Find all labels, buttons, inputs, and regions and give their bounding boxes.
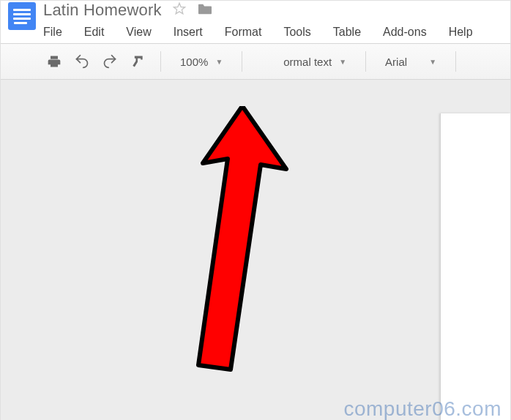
svg-marker-1	[198, 106, 286, 370]
zoom-select[interactable]: 100% ▼	[173, 50, 230, 72]
separator	[160, 51, 161, 72]
separator	[455, 51, 456, 72]
app-window: Latin Homework File Edit View Insert For…	[0, 0, 511, 420]
paragraph-style-select[interactable]: ormal text ▼	[254, 50, 354, 72]
docs-logo-icon[interactable]	[8, 2, 36, 30]
redo-icon[interactable]	[99, 50, 121, 72]
caret-down-icon: ▼	[215, 58, 223, 66]
menu-file[interactable]: File	[43, 23, 74, 43]
menu-tools[interactable]: Tools	[283, 23, 322, 43]
undo-icon[interactable]	[71, 50, 93, 72]
separator	[365, 51, 366, 72]
zoom-value: 100%	[180, 56, 208, 68]
menu-table[interactable]: Table	[333, 23, 373, 43]
menu-format[interactable]: Format	[225, 23, 274, 43]
document-page[interactable]	[440, 113, 510, 420]
caret-down-icon: ▼	[339, 58, 346, 66]
font-value: Arial	[385, 56, 407, 68]
annotation-arrow-icon	[125, 106, 294, 384]
folder-icon[interactable]	[197, 2, 213, 18]
menu-addons[interactable]: Add-ons	[383, 23, 439, 43]
title-column: Latin Homework File Edit View Insert For…	[43, 1, 510, 43]
header: Latin Homework File Edit View Insert For…	[1, 1, 510, 43]
menu-insert[interactable]: Insert	[174, 23, 215, 43]
menu-help[interactable]: Help	[449, 23, 485, 43]
caret-down-icon: ▼	[429, 58, 436, 66]
font-select[interactable]: Arial ▼	[378, 50, 444, 72]
workspace: computer06.com	[1, 80, 510, 420]
print-icon[interactable]	[43, 50, 65, 72]
menu-edit[interactable]: Edit	[84, 23, 116, 43]
toolbar: 100% ▼ ormal text ▼ Arial ▼	[1, 43, 510, 80]
title-row: Latin Homework	[43, 1, 510, 23]
paragraph-style-value: ormal text	[283, 56, 332, 68]
separator	[242, 51, 242, 72]
menubar: File Edit View Insert Format Tools Table…	[43, 23, 510, 43]
document-title[interactable]: Latin Homework	[43, 1, 162, 20]
watermark-text: computer06.com	[343, 397, 501, 420]
svg-marker-0	[174, 3, 184, 13]
logo-column	[1, 1, 43, 30]
menu-view[interactable]: View	[126, 23, 163, 43]
paint-format-icon[interactable]	[127, 50, 149, 72]
star-icon[interactable]	[172, 1, 187, 20]
